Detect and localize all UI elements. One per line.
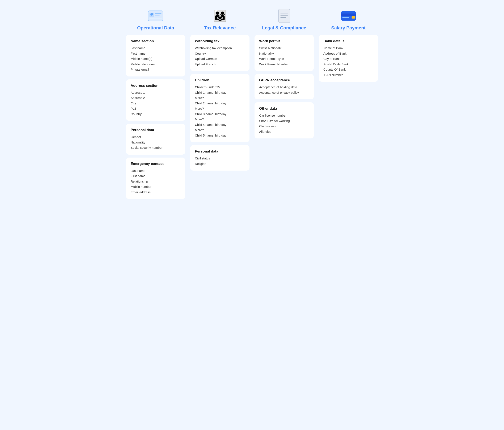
card-title-tax-relevance-1: Children (195, 78, 245, 82)
card-item-operational-data-1-2: City (131, 101, 180, 106)
card-item-salary-payment-0-3: Postal Code Bank (324, 62, 373, 67)
card-item-operational-data-0-0: Last name (131, 45, 180, 51)
card-item-tax-relevance-1-0: Childern under 25 (195, 84, 245, 90)
card-title-salary-payment-0: Bank details (324, 39, 373, 43)
svg-rect-6 (279, 9, 290, 23)
card-item-salary-payment-0-5: IBAN Number (324, 72, 373, 78)
card-title-operational-data-2: Personal data (131, 128, 180, 132)
tax-relevance-header: 👨‍👩‍👧Tax Relevance (204, 9, 236, 31)
card-item-operational-data-3-0: Last name (131, 168, 180, 174)
card-item-operational-data-1-0: Address 1 (131, 90, 180, 95)
card-item-legal-compliance-2-1: Shoe Size for working (259, 118, 309, 124)
card-item-operational-data-3-1: First name (131, 173, 180, 179)
card-item-tax-relevance-1-2: More? (195, 95, 245, 101)
card-item-legal-compliance-0-1: Nationality (259, 51, 309, 56)
card-item-tax-relevance-0-2: Upload German (195, 56, 245, 62)
card-operational-data-3: Emergency contactLast nameFirst nameRela… (126, 157, 185, 199)
tax-relevance-icon: 👨‍👩‍👧 (211, 9, 228, 23)
card-item-operational-data-0-1: First name (131, 51, 180, 56)
operational-data-title: Operational Data (137, 25, 174, 31)
salary-payment-cards: Bank detailsName of BankAddress of BankC… (319, 35, 378, 82)
card-item-tax-relevance-1-7: Child 4 name, birthday (195, 122, 245, 128)
card-item-legal-compliance-0-0: Swiss National? (259, 45, 309, 51)
card-item-tax-relevance-0-3: Upload French (195, 62, 245, 67)
card-item-operational-data-3-2: Relationship (131, 179, 180, 184)
operational-data-cards: Name sectionLast nameFirst nameMiddle na… (126, 35, 185, 199)
svg-rect-12 (342, 17, 349, 18)
operational-data-icon (147, 9, 164, 23)
column-operational-data: Operational DataName sectionLast nameFir… (126, 9, 185, 199)
card-item-legal-compliance-2-2: Clothes size (259, 124, 309, 129)
svg-point-2 (150, 13, 153, 15)
card-item-salary-payment-0-4: County Of Bank (324, 67, 373, 72)
salary-payment-title: Salary Payment (331, 25, 366, 31)
column-tax-relevance: 👨‍👩‍👧Tax RelevanceWitholding taxWithhold… (190, 9, 250, 171)
card-title-operational-data-0: Name section (131, 39, 180, 43)
card-item-operational-data-3-4: Email address (131, 190, 180, 195)
card-item-operational-data-1-3: PLZ (131, 106, 180, 111)
card-item-legal-compliance-0-2: Work Permit Type (259, 56, 309, 62)
card-item-legal-compliance-0-3: Work Permit Number (259, 62, 309, 67)
card-salary-payment-0: Bank detailsName of BankAddress of BankC… (319, 35, 378, 82)
card-title-operational-data-3: Emergency contact (131, 162, 180, 166)
card-item-legal-compliance-1-0: Acceptance of holding data (259, 84, 309, 90)
card-tax-relevance-2: Personal dataCivil statusReligion (190, 145, 250, 171)
card-item-operational-data-1-4: Country (131, 111, 180, 117)
operational-data-header: Operational Data (137, 9, 174, 31)
card-item-salary-payment-0-2: City of Bank (324, 56, 373, 62)
card-item-tax-relevance-1-6: More? (195, 117, 245, 122)
svg-rect-13 (351, 16, 355, 18)
card-item-operational-data-2-2: Social security number (131, 145, 180, 150)
card-item-tax-relevance-0-1: Country (195, 51, 245, 56)
card-item-tax-relevance-1-8: More? (195, 127, 245, 133)
salary-payment-icon (340, 9, 357, 23)
card-item-tax-relevance-1-3: Child 2 name, birthday (195, 101, 245, 106)
legal-compliance-title: Legal & Compliance (262, 25, 306, 31)
card-item-legal-compliance-2-3: Allergies (259, 129, 309, 134)
card-item-operational-data-0-3: Mobile telephone (131, 62, 180, 67)
card-legal-compliance-0: Work permitSwiss National?NationalityWor… (254, 35, 314, 71)
card-title-tax-relevance-0: Witholding tax (195, 39, 245, 43)
card-title-operational-data-1: Address section (131, 84, 180, 88)
svg-rect-9 (280, 17, 286, 18)
card-item-tax-relevance-2-1: Religion (195, 161, 245, 167)
card-title-tax-relevance-2: Personal data (195, 149, 245, 154)
card-item-operational-data-0-2: Middle name(s) (131, 56, 180, 62)
card-item-legal-compliance-2-0: Car license number (259, 113, 309, 118)
svg-rect-11 (341, 13, 356, 16)
card-item-tax-relevance-1-1: Child 1 name, birthday (195, 90, 245, 95)
card-item-tax-relevance-0-0: Withholding tax exemption (195, 45, 245, 51)
card-item-operational-data-2-0: Gender (131, 134, 180, 140)
card-operational-data-1: Address sectionAddress 1Address 2CityPLZ… (126, 79, 185, 121)
card-item-operational-data-0-4: Private email (131, 67, 180, 72)
card-item-tax-relevance-2-0: Civil status (195, 156, 245, 161)
card-title-legal-compliance-0: Work permit (259, 39, 309, 43)
tax-relevance-title: Tax Relevance (204, 25, 236, 31)
main-layout: Operational DataName sectionLast nameFir… (126, 9, 378, 199)
card-item-operational-data-1-1: Address 2 (131, 95, 180, 101)
card-tax-relevance-0: Witholding taxWithholding tax exemptionC… (190, 35, 250, 71)
card-title-legal-compliance-2: Other data (259, 107, 309, 111)
card-operational-data-2: Personal dataGenderNationalitySocial sec… (126, 124, 185, 155)
card-item-salary-payment-0-1: Address of Bank (324, 51, 373, 56)
legal-compliance-cards: Work permitSwiss National?NationalityWor… (254, 35, 314, 138)
card-item-tax-relevance-1-5: Child 3 name, birthday (195, 111, 245, 117)
card-operational-data-0: Name sectionLast nameFirst nameMiddle na… (126, 35, 185, 76)
card-item-operational-data-2-1: Nationality (131, 140, 180, 145)
salary-payment-header: Salary Payment (331, 9, 366, 31)
card-item-operational-data-3-3: Mobile number (131, 184, 180, 190)
card-item-tax-relevance-1-9: Child 5 name, birthday (195, 133, 245, 138)
svg-rect-3 (155, 13, 161, 14)
card-item-salary-payment-0-0: Name of Bank (324, 45, 373, 51)
svg-rect-5 (150, 18, 162, 19)
tax-relevance-cards: Witholding taxWithholding tax exemptionC… (190, 35, 250, 171)
card-legal-compliance-2: Other dataCar license numberShoe Size fo… (254, 102, 314, 138)
column-salary-payment: Salary PaymentBank detailsName of BankAd… (319, 9, 378, 82)
card-item-legal-compliance-1-1: Acceptance of privacy policy (259, 90, 309, 95)
svg-rect-7 (280, 13, 288, 13)
legal-compliance-header: Legal & Compliance (262, 9, 306, 31)
svg-rect-8 (280, 15, 288, 16)
column-legal-compliance: Legal & ComplianceWork permitSwiss Natio… (254, 9, 314, 138)
card-legal-compliance-1: GDPR acceptanceAcceptance of holding dat… (254, 74, 314, 99)
svg-rect-4 (155, 15, 159, 16)
